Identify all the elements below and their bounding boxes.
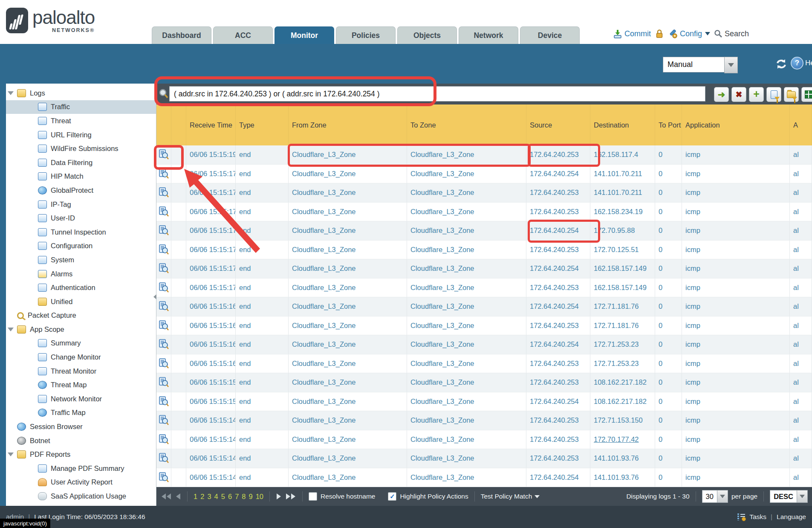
application-cell[interactable]: icmp <box>682 316 790 335</box>
application-cell[interactable]: icmp <box>682 165 790 183</box>
sidebar-item-logs[interactable]: Logs <box>6 86 156 100</box>
log-table-row[interactable]: 06/06 15:15:17 end Cloudflare_L3_Zone Cl… <box>156 203 812 222</box>
source-cell[interactable]: 172.64.240.253 <box>526 279 590 297</box>
per-page-select[interactable]: 30 <box>702 490 717 503</box>
application-cell[interactable]: icmp <box>682 203 790 221</box>
tree-expander[interactable] <box>29 174 38 178</box>
log-detail-button[interactable] <box>156 259 171 278</box>
sidebar-item-system[interactable]: System <box>6 253 156 267</box>
apply-filter-button[interactable]: ➜ <box>714 87 729 102</box>
to-zone-cell[interactable]: Cloudflare_L3_Zone <box>407 392 526 411</box>
log-table-row[interactable]: 06/06 15:15:17 end Cloudflare_L3_Zone Cl… <box>156 279 812 298</box>
to-zone-cell[interactable]: Cloudflare_L3_Zone <box>407 241 526 259</box>
destination-cell[interactable]: 172.71.253.23 <box>590 335 655 354</box>
source-cell[interactable]: 172.64.240.253 <box>526 449 590 468</box>
to-zone-cell[interactable]: Cloudflare_L3_Zone <box>407 354 526 373</box>
sidebar-item-pdf-reports[interactable]: PDF Reports <box>6 447 156 461</box>
destination-cell[interactable]: 172.71.181.76 <box>590 297 655 316</box>
source-cell[interactable]: 172.64.240.254 <box>526 468 590 487</box>
destination-cell[interactable]: 162.158.157.149 <box>590 259 655 278</box>
from-zone-cell[interactable]: Cloudflare_L3_Zone <box>289 241 407 259</box>
tree-expander[interactable] <box>29 230 38 234</box>
log-table-row[interactable]: 06/06 15:15:16 end Cloudflare_L3_Zone Cl… <box>156 335 812 354</box>
page-8[interactable]: 8 <box>242 493 246 501</box>
log-detail-button[interactable] <box>156 449 171 468</box>
to-zone-cell[interactable]: Cloudflare_L3_Zone <box>407 165 526 183</box>
page-6[interactable]: 6 <box>228 493 232 501</box>
last-page-button[interactable] <box>285 493 296 500</box>
tree-expander[interactable] <box>29 244 38 248</box>
source-cell[interactable]: 172.64.240.254 <box>526 392 590 411</box>
source-cell[interactable]: 172.64.240.254 <box>526 165 590 183</box>
tree-expander[interactable] <box>29 397 38 401</box>
log-detail-button[interactable] <box>156 203 171 221</box>
sidebar-item-saas-application-usage[interactable]: SaaS Application Usage <box>6 489 156 503</box>
to-zone-cell[interactable]: Cloudflare_L3_Zone <box>407 316 526 335</box>
sidebar-item-ip-tag[interactable]: IP-Tag <box>6 197 156 212</box>
log-table-row[interactable]: 06/06 15:15:17 end Cloudflare_L3_Zone Cl… <box>156 259 812 279</box>
tree-expander[interactable] <box>29 286 38 290</box>
to-zone-cell[interactable]: Cloudflare_L3_Zone <box>407 430 526 449</box>
to-zone-cell[interactable]: Cloudflare_L3_Zone <box>407 221 526 240</box>
page-2[interactable]: 2 <box>200 493 204 501</box>
source-cell[interactable]: 172.64.240.253 <box>526 183 590 202</box>
page-1[interactable]: 1 <box>194 493 197 501</box>
application-cell[interactable]: icmp <box>682 354 790 373</box>
tree-expander[interactable] <box>8 453 17 456</box>
to-zone-cell[interactable]: Cloudflare_L3_Zone <box>407 373 526 392</box>
from-zone-cell[interactable]: Cloudflare_L3_Zone <box>289 221 407 240</box>
log-detail-button[interactable] <box>156 221 171 240</box>
column-header-to-port[interactable]: To Port <box>655 104 682 145</box>
commit-button[interactable]: Commit <box>613 29 651 38</box>
log-table-row[interactable]: 06/06 15:15:15 end Cloudflare_L3_Zone Cl… <box>156 392 812 412</box>
log-detail-button[interactable] <box>156 297 171 316</box>
column-header-type[interactable]: Type <box>236 104 289 145</box>
config-menu-button[interactable]: Config <box>668 29 710 38</box>
destination-cell[interactable]: 162.158.117.4 <box>590 145 655 164</box>
sidebar-item-threat-monitor[interactable]: Threat Monitor <box>6 364 156 378</box>
application-cell[interactable]: icmp <box>682 449 790 468</box>
column-header-a[interactable]: A <box>790 104 812 145</box>
sidebar-item-traffic[interactable]: Traffic <box>6 100 156 114</box>
from-zone-cell[interactable]: Cloudflare_L3_Zone <box>289 145 407 164</box>
search-button[interactable]: Search <box>714 29 749 38</box>
sidebar-item-user-id[interactable]: User-ID <box>6 211 156 225</box>
column-header-to-zone[interactable]: To Zone <box>407 104 526 145</box>
log-table-row[interactable]: 06/06 15:15:17 end Cloudflare_L3_Zone Cl… <box>156 221 812 241</box>
to-zone-cell[interactable]: Cloudflare_L3_Zone <box>407 259 526 278</box>
destination-cell[interactable]: 172.71.181.76 <box>590 316 655 335</box>
log-detail-button[interactable] <box>156 430 171 449</box>
column-header-destination[interactable]: Destination <box>590 104 655 145</box>
filter-builder-button[interactable] <box>766 87 781 102</box>
destination-cell[interactable]: 108.162.217.182 <box>590 373 655 392</box>
tab-dashboard[interactable]: Dashboard <box>152 26 211 44</box>
sidebar-item-app-scope[interactable]: App Scope <box>6 322 156 337</box>
highlight-policy-actions-checkbox[interactable] <box>388 492 396 501</box>
sort-order-select[interactable]: DESC <box>770 490 797 503</box>
to-zone-cell[interactable]: Cloudflare_L3_Zone <box>407 279 526 297</box>
log-table-row[interactable]: 06/06 15:15:14 end Cloudflare_L3_Zone Cl… <box>156 411 812 430</box>
application-cell[interactable]: icmp <box>682 468 790 487</box>
sidebar-item-authentication[interactable]: Authentication <box>6 281 156 295</box>
destination-cell[interactable]: 141.101.70.211 <box>590 183 655 202</box>
tab-network[interactable]: Network <box>459 26 518 44</box>
sidebar-item-botnet[interactable]: Botnet <box>6 434 156 448</box>
destination-cell[interactable]: 172.70.125.51 <box>590 241 655 259</box>
from-zone-cell[interactable]: Cloudflare_L3_Zone <box>289 373 407 392</box>
from-zone-cell[interactable]: Cloudflare_L3_Zone <box>289 279 407 297</box>
tab-policies[interactable]: Policies <box>336 26 396 44</box>
application-cell[interactable]: icmp <box>682 335 790 354</box>
log-table-row[interactable]: 06/06 15:15:14 end Cloudflare_L3_Zone Cl… <box>156 468 812 487</box>
tree-expander[interactable] <box>29 189 38 192</box>
tree-expander[interactable] <box>29 133 38 137</box>
destination-cell[interactable]: 141.101.70.211 <box>590 165 655 183</box>
sidebar-item-packet-capture[interactable]: Packet Capture <box>6 309 156 323</box>
sidebar-item-threat-map[interactable]: Threat Map <box>6 378 156 392</box>
source-cell[interactable]: 172.64.240.253 <box>526 203 590 221</box>
tree-expander[interactable] <box>29 147 38 151</box>
tab-objects[interactable]: Objects <box>397 26 457 44</box>
destination-cell[interactable]: 172.71.253.23 <box>590 354 655 373</box>
next-page-button[interactable] <box>276 493 282 500</box>
sidebar-item-threat[interactable]: Threat <box>6 114 156 128</box>
refresh-mode-select[interactable]: Manual <box>663 57 738 73</box>
